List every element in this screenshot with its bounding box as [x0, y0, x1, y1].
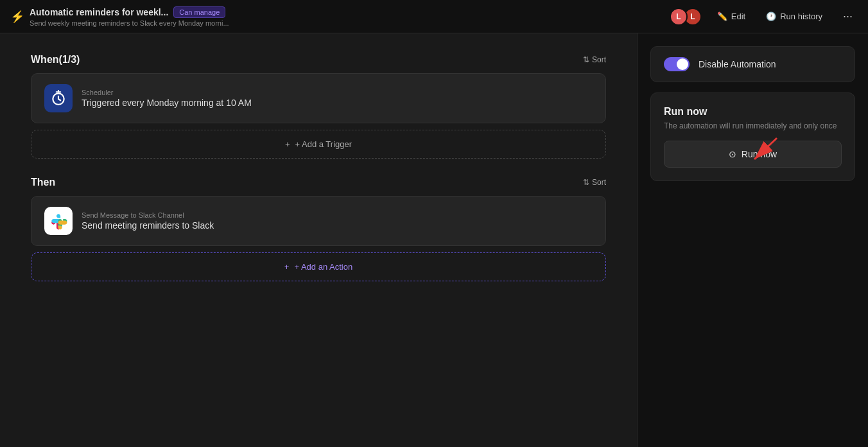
run-now-description: The automation will run immediately and … [664, 121, 842, 130]
disable-automation-label: Disable Automation [699, 59, 776, 69]
header-subtitle: Send weekly meeting reminders to Slack e… [30, 19, 229, 27]
when-sort-button[interactable]: ⇅ Sort [583, 55, 606, 64]
header-left: ⚡ Automatic reminders for weekl... Can m… [10, 6, 662, 27]
scheduler-card-content: Scheduler Triggered every Monday morning… [82, 89, 252, 108]
toggle-thumb [677, 58, 688, 70]
avatar-1: L [670, 8, 688, 26]
right-panel: Disable Automation Run now The automatio… [637, 33, 868, 447]
add-trigger-button[interactable]: + + Add a Trigger [31, 130, 606, 159]
slack-icon [44, 207, 73, 235]
then-sort-icon: ⇅ [583, 178, 589, 187]
add-trigger-icon: + [285, 139, 290, 149]
run-history-button[interactable]: 🕐 Run history [761, 9, 828, 24]
run-now-icon: ⊙ [729, 149, 736, 159]
scheduler-card[interactable]: Scheduler Triggered every Monday morning… [31, 73, 606, 123]
history-icon: 🕐 [766, 12, 776, 21]
then-title: Then [31, 177, 55, 188]
run-now-title: Run now [664, 106, 842, 118]
header: ⚡ Automatic reminders for weekl... Can m… [0, 0, 868, 33]
slack-text: Send meeting reminders to Slack [82, 220, 214, 231]
scheduler-icon [44, 84, 73, 112]
scheduler-label: Scheduler [82, 89, 252, 96]
slack-label: Send Message to Slack Channel [82, 211, 214, 219]
edit-button[interactable]: ✏️ Edit [712, 9, 751, 24]
when-title: When(1/3) [31, 54, 80, 66]
edit-icon: ✏️ [717, 12, 727, 21]
header-title-group: Automatic reminders for weekl... Can man… [30, 6, 229, 27]
header-right: L L ✏️ Edit 🕐 Run history ··· [670, 7, 858, 26]
disable-automation-toggle[interactable] [664, 57, 690, 71]
slack-card[interactable]: Send Message to Slack Channel Send meeti… [31, 196, 606, 246]
add-action-button[interactable]: + + Add an Action [31, 252, 606, 281]
when-section-header: When(1/3) ⇅ Sort [31, 54, 606, 66]
then-sort-button[interactable]: ⇅ Sort [583, 178, 606, 187]
add-action-icon: + [284, 262, 290, 272]
scheduler-text: Triggered every Monday morning at 10 AM [82, 98, 252, 108]
run-now-button[interactable]: ⊙ Run now [664, 141, 842, 168]
bolt-icon: ⚡ [10, 10, 24, 24]
page-title: Automatic reminders for weekl... [30, 7, 168, 17]
main-content: When(1/3) ⇅ Sort Scheduler Triggered eve… [0, 33, 868, 447]
avatar-group: L L [670, 8, 702, 26]
can-manage-badge: Can manage [173, 6, 225, 18]
left-panel: When(1/3) ⇅ Sort Scheduler Triggered eve… [0, 33, 637, 447]
then-section-header: Then ⇅ Sort [31, 177, 606, 188]
sort-icon: ⇅ [583, 55, 589, 64]
then-section: Then ⇅ Sort [31, 177, 606, 281]
slack-card-content: Send Message to Slack Channel Send meeti… [82, 211, 214, 231]
disable-automation-card: Disable Automation [650, 46, 855, 82]
run-now-card: Run now The automation will run immediat… [650, 92, 855, 181]
more-options-button[interactable]: ··· [838, 7, 858, 26]
